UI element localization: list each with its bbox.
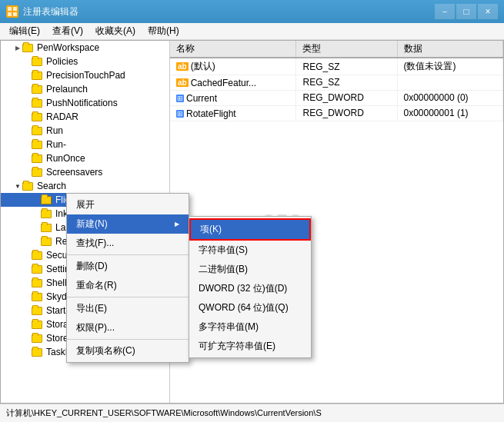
ctx-expand[interactable]: 展开 xyxy=(67,195,189,214)
tree-item-screensavers[interactable]: ▶ Screensavers xyxy=(1,165,169,179)
tree-item-precisiontouchpad[interactable]: ▶ PrecisionTouchPad xyxy=(1,68,169,82)
submenu-multistring-label: 多字符串值(M) xyxy=(199,321,259,332)
ctx-find[interactable]: 查找(F)... xyxy=(67,234,189,253)
context-menu: 展开 新建(N) 查找(F)... 删除(D) 重命名(R) 导出(E) 权限(… xyxy=(66,193,189,363)
ctx-new[interactable]: 新建(N) xyxy=(67,214,189,234)
ctx-permissions-label: 权限(P)... xyxy=(76,321,115,334)
row-name: ⊞ RotateFlight xyxy=(170,105,296,121)
status-bar: 计算机\HKEY_CURRENT_USER\SOFTWARE\Microsoft… xyxy=(0,404,504,422)
folder-icon-open xyxy=(22,181,35,191)
row-name: ab CachedFeatur... xyxy=(170,75,296,91)
svg-rect-3 xyxy=(13,12,17,16)
maximize-button[interactable]: □ xyxy=(456,4,476,19)
ctx-permissions[interactable]: 权限(P)... xyxy=(67,318,189,337)
tree-item-penworkspace[interactable]: ▶ PenWorkspace xyxy=(1,41,169,55)
ab-icon: ab xyxy=(176,78,189,87)
submenu-multistring[interactable]: 多字符串值(M) xyxy=(189,317,311,337)
submenu-qword[interactable]: QWORD (64 位)值(Q) xyxy=(189,298,311,317)
menu-favorites[interactable]: 收藏夹(A) xyxy=(89,23,142,39)
tree-item-run-[interactable]: ▶ Run- xyxy=(1,138,169,151)
submenu-dword-label: DWORD (32 位)值(D) xyxy=(199,283,287,294)
row-data: 0x00000000 (0) xyxy=(397,90,503,105)
table-row[interactable]: ab CachedFeatur... REG_SZ xyxy=(170,75,503,91)
submenu: 项(K) 字符串值(S) 二进制值(B) DWORD (32 位)值(D) QW… xyxy=(189,216,312,358)
ctx-expand-label: 展开 xyxy=(76,198,95,211)
folder-icon xyxy=(32,71,44,80)
ctx-find-label: 查找(F)... xyxy=(76,237,114,250)
folder-icon xyxy=(32,278,44,287)
ctx-divider-2 xyxy=(67,297,189,297)
submenu-expandstring[interactable]: 可扩充字符串值(E) xyxy=(189,337,311,356)
tree-item-prelaunch[interactable]: ▶ Prelaunch xyxy=(1,82,169,96)
folder-icon xyxy=(32,292,44,301)
ctx-export-label: 导出(E) xyxy=(76,302,107,315)
submenu-string-label: 字符串值(S) xyxy=(199,244,248,255)
tree-label: Prelaunch xyxy=(46,84,88,95)
tree-label: PrecisionTouchPad xyxy=(46,70,125,81)
tree-item-policies[interactable]: ▶ Policies xyxy=(1,55,169,68)
tree-label: PenWorkspace xyxy=(37,42,99,53)
col-type: 类型 xyxy=(296,41,397,58)
row-data: (数值未设置) xyxy=(397,58,503,75)
submenu-string[interactable]: 字符串值(S) xyxy=(189,241,311,260)
table-row[interactable]: ab (默认) REG_SZ (数值未设置) xyxy=(170,58,503,75)
submenu-qword-label: QWORD (64 位)值(Q) xyxy=(199,302,289,313)
ab-icon: ab xyxy=(176,62,189,71)
folder-icon xyxy=(32,112,44,121)
ctx-new-label: 新建(N) xyxy=(76,218,108,231)
folder-icon xyxy=(32,347,44,357)
ctx-divider-3 xyxy=(67,339,189,340)
col-name: 名称 xyxy=(170,41,296,58)
tree-label: PushNotifications xyxy=(46,98,118,108)
tree-item-search[interactable]: ▼ Search xyxy=(1,179,169,193)
app-icon xyxy=(6,5,18,18)
close-button[interactable]: × xyxy=(478,4,498,19)
table-row[interactable]: ⊞ Current REG_DWORD 0x00000000 (0) xyxy=(170,90,503,105)
folder-icon xyxy=(32,264,44,274)
row-name: ab (默认) xyxy=(170,58,296,75)
folder-icon xyxy=(32,251,44,260)
tree-label: Run xyxy=(46,125,63,136)
status-text: 计算机\HKEY_CURRENT_USER\SOFTWARE\Microsoft… xyxy=(6,407,322,419)
title-bar-left: 注册表编辑器 xyxy=(6,5,78,18)
ctx-export[interactable]: 导出(E) xyxy=(67,299,189,318)
tree-label: Store xyxy=(46,333,68,344)
title-bar: 注册表编辑器 － □ × xyxy=(0,0,504,23)
tree-item-run[interactable]: ▶ Run xyxy=(1,124,169,138)
dword-icon: ⊞ xyxy=(176,95,184,102)
row-type: REG_DWORD xyxy=(296,105,397,121)
tree-arrow-expanded: ▼ xyxy=(13,181,22,191)
ctx-rename[interactable]: 重命名(R) xyxy=(67,276,189,295)
row-type: REG_SZ xyxy=(296,58,397,75)
ctx-delete[interactable]: 删除(D) xyxy=(67,257,189,276)
folder-icon xyxy=(32,154,44,163)
submenu-dword[interactable]: DWORD (32 位)值(D) xyxy=(189,279,311,298)
tree-label: Run- xyxy=(46,139,66,150)
window-title: 注册表编辑器 xyxy=(23,5,78,18)
ctx-copy[interactable]: 复制项名称(C) xyxy=(67,341,189,361)
folder-icon xyxy=(32,126,44,135)
menu-edit[interactable]: 编辑(E) xyxy=(3,23,46,39)
dword-icon: ⊞ xyxy=(176,110,184,118)
tree-label: Screensavers xyxy=(46,167,102,178)
row-type: REG_DWORD xyxy=(296,90,397,105)
submenu-key-label: 项(K) xyxy=(200,224,222,234)
minimize-button[interactable]: － xyxy=(435,4,455,19)
folder-icon xyxy=(41,195,53,204)
folder-icon xyxy=(32,168,44,177)
tree-item-pushnotifications[interactable]: ▶ PushNotifications xyxy=(1,96,169,110)
menu-view[interactable]: 查看(V) xyxy=(46,23,89,39)
menu-help[interactable]: 帮助(H) xyxy=(142,23,185,39)
tree-label: Policies xyxy=(46,56,78,67)
row-name: ⊞ Current xyxy=(170,90,296,105)
submenu-key[interactable]: 项(K) xyxy=(189,218,311,241)
folder-icon xyxy=(32,57,44,66)
tree-item-radar[interactable]: ▶ RADAR xyxy=(1,110,169,124)
submenu-binary[interactable]: 二进制值(B) xyxy=(189,260,311,279)
svg-rect-0 xyxy=(8,7,12,11)
table-row[interactable]: ⊞ RotateFlight REG_DWORD 0x00000001 (1) xyxy=(170,105,503,121)
submenu-expandstring-label: 可扩充字符串值(E) xyxy=(199,341,275,351)
menu-bar: 编辑(E) 查看(V) 收藏夹(A) 帮助(H) xyxy=(0,23,504,40)
folder-icon xyxy=(32,306,44,315)
tree-item-runonce[interactable]: ▶ RunOnce xyxy=(1,151,169,165)
